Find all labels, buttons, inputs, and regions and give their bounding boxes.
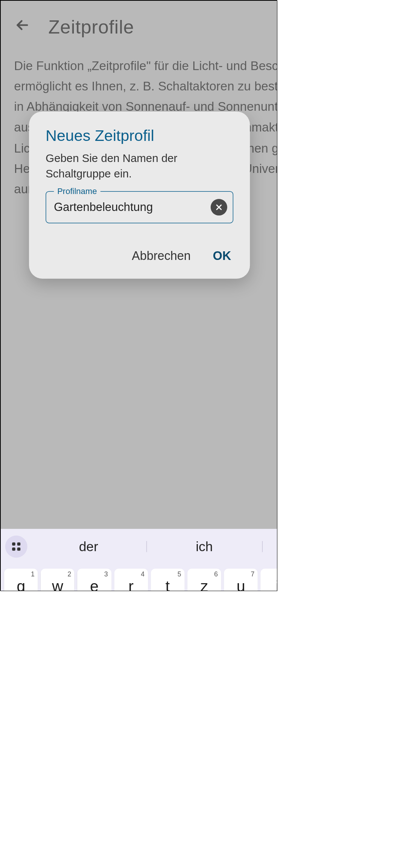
svg-rect-2	[12, 547, 15, 551]
key-u[interactable]: u7	[224, 569, 258, 591]
svg-rect-0	[12, 542, 15, 546]
suggestion-3[interactable]: und	[262, 539, 277, 554]
key-z[interactable]: z6	[187, 569, 221, 591]
key-q[interactable]: q1	[4, 569, 38, 591]
svg-rect-1	[17, 542, 21, 546]
key-e[interactable]: e3	[77, 569, 111, 591]
cancel-button[interactable]: Abbrechen	[132, 249, 191, 263]
profile-name-label: Profilname	[54, 186, 100, 196]
ok-button[interactable]: OK	[213, 249, 231, 263]
profile-name-input[interactable]: Profilname Gartenbeleuchtung	[46, 191, 233, 223]
key-i[interactable]: i8	[261, 569, 277, 591]
keyboard-apps-icon[interactable]	[5, 535, 28, 558]
modal-scrim	[1, 1, 277, 591]
profile-name-value: Gartenbeleuchtung	[54, 200, 153, 213]
clear-input-icon[interactable]	[211, 199, 227, 215]
soft-keyboard: der ich und q1w2e3r4t5z6u7i8o9p0ü asdfgh…	[1, 529, 277, 591]
suggestion-2[interactable]: ich	[146, 539, 262, 554]
key-r[interactable]: r4	[114, 569, 148, 591]
dialog-title: Neues Zeitprofil	[29, 127, 250, 150]
dialog-subtitle: Geben Sie den Namen der Schaltgruppe ein…	[29, 150, 250, 191]
key-w[interactable]: w2	[41, 569, 75, 591]
key-t[interactable]: t5	[151, 569, 185, 591]
suggestion-1[interactable]: der	[31, 539, 146, 554]
svg-rect-3	[17, 547, 21, 551]
new-profile-dialog: Neues Zeitprofil Geben Sie den Namen der…	[29, 112, 250, 279]
